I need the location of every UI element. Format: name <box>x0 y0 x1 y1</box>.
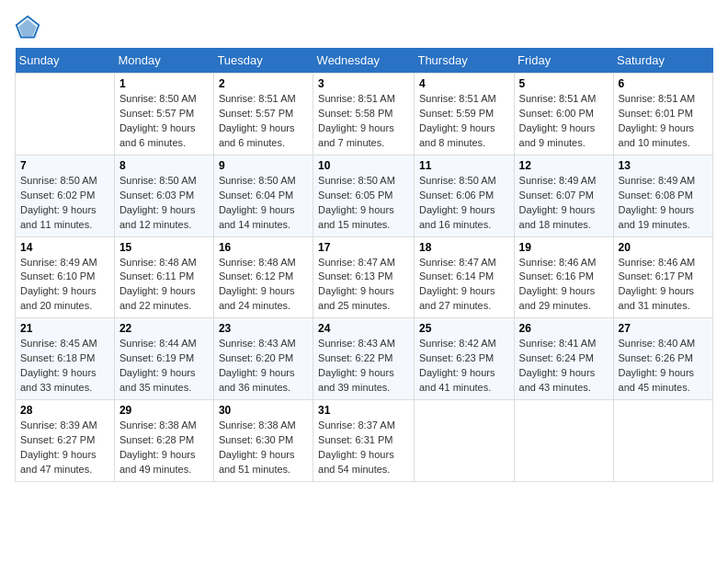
calendar-cell: 21Sunrise: 8:45 AM Sunset: 6:18 PM Dayli… <box>16 318 115 400</box>
day-number: 10 <box>318 159 409 172</box>
calendar-week-row: 28Sunrise: 8:39 AM Sunset: 6:27 PM Dayli… <box>16 400 713 482</box>
day-number: 3 <box>318 77 409 90</box>
calendar-day-header: Sunday <box>16 48 115 74</box>
calendar-cell: 28Sunrise: 8:39 AM Sunset: 6:27 PM Dayli… <box>16 400 115 482</box>
day-number: 7 <box>20 159 109 172</box>
day-number: 6 <box>619 77 708 90</box>
calendar-header-row: SundayMondayTuesdayWednesdayThursdayFrid… <box>16 48 713 74</box>
day-number: 23 <box>219 322 308 335</box>
day-number: 14 <box>20 241 109 254</box>
calendar-cell: 25Sunrise: 8:42 AM Sunset: 6:23 PM Dayli… <box>414 318 514 400</box>
calendar-cell: 11Sunrise: 8:50 AM Sunset: 6:06 PM Dayli… <box>414 155 514 236</box>
calendar-cell: 17Sunrise: 8:47 AM Sunset: 6:13 PM Dayli… <box>313 236 415 318</box>
day-info: Sunrise: 8:50 AM Sunset: 6:04 PM Dayligh… <box>219 174 308 233</box>
calendar-cell: 18Sunrise: 8:47 AM Sunset: 6:14 PM Dayli… <box>414 236 514 318</box>
day-info: Sunrise: 8:50 AM Sunset: 6:05 PM Dayligh… <box>318 174 409 233</box>
calendar-table: SundayMondayTuesdayWednesdayThursdayFrid… <box>15 48 713 482</box>
day-info: Sunrise: 8:50 AM Sunset: 6:03 PM Dayligh… <box>119 174 209 233</box>
calendar-cell: 1Sunrise: 8:50 AM Sunset: 5:57 PM Daylig… <box>114 74 213 155</box>
day-number: 26 <box>519 322 609 335</box>
calendar-cell: 16Sunrise: 8:48 AM Sunset: 6:12 PM Dayli… <box>213 236 313 318</box>
calendar-cell: 3Sunrise: 8:51 AM Sunset: 5:58 PM Daylig… <box>313 74 415 155</box>
logo-icon <box>15 15 40 40</box>
day-info: Sunrise: 8:51 AM Sunset: 6:00 PM Dayligh… <box>519 92 609 151</box>
day-info: Sunrise: 8:50 AM Sunset: 6:02 PM Dayligh… <box>20 174 109 233</box>
calendar-cell: 30Sunrise: 8:38 AM Sunset: 6:30 PM Dayli… <box>213 400 313 482</box>
day-number: 2 <box>219 77 308 90</box>
calendar-cell: 14Sunrise: 8:49 AM Sunset: 6:10 PM Dayli… <box>16 236 115 318</box>
day-info: Sunrise: 8:47 AM Sunset: 6:14 PM Dayligh… <box>419 256 509 315</box>
calendar-cell: 26Sunrise: 8:41 AM Sunset: 6:24 PM Dayli… <box>514 318 613 400</box>
calendar-cell: 10Sunrise: 8:50 AM Sunset: 6:05 PM Dayli… <box>313 155 415 236</box>
calendar-week-row: 14Sunrise: 8:49 AM Sunset: 6:10 PM Dayli… <box>16 236 713 318</box>
day-number: 22 <box>119 322 209 335</box>
day-info: Sunrise: 8:42 AM Sunset: 6:23 PM Dayligh… <box>419 337 509 396</box>
day-info: Sunrise: 8:50 AM Sunset: 5:57 PM Dayligh… <box>119 92 209 151</box>
calendar-cell <box>613 400 712 482</box>
day-info: Sunrise: 8:49 AM Sunset: 6:07 PM Dayligh… <box>519 174 609 233</box>
day-info: Sunrise: 8:50 AM Sunset: 6:06 PM Dayligh… <box>419 174 509 233</box>
calendar-cell: 29Sunrise: 8:38 AM Sunset: 6:28 PM Dayli… <box>114 400 213 482</box>
calendar-cell: 24Sunrise: 8:43 AM Sunset: 6:22 PM Dayli… <box>313 318 415 400</box>
calendar-cell: 12Sunrise: 8:49 AM Sunset: 6:07 PM Dayli… <box>514 155 613 236</box>
day-number: 15 <box>119 241 209 254</box>
day-info: Sunrise: 8:44 AM Sunset: 6:19 PM Dayligh… <box>119 337 209 396</box>
logo <box>15 15 44 40</box>
day-info: Sunrise: 8:51 AM Sunset: 5:59 PM Dayligh… <box>419 92 509 151</box>
day-number: 16 <box>219 241 308 254</box>
day-number: 13 <box>619 159 708 172</box>
day-info: Sunrise: 8:38 AM Sunset: 6:28 PM Dayligh… <box>119 419 209 477</box>
calendar-cell: 9Sunrise: 8:50 AM Sunset: 6:04 PM Daylig… <box>213 155 313 236</box>
day-info: Sunrise: 8:43 AM Sunset: 6:22 PM Dayligh… <box>318 337 409 396</box>
day-number: 11 <box>419 159 509 172</box>
day-info: Sunrise: 8:51 AM Sunset: 6:01 PM Dayligh… <box>619 92 708 151</box>
calendar-cell <box>514 400 613 482</box>
calendar-week-row: 21Sunrise: 8:45 AM Sunset: 6:18 PM Dayli… <box>16 318 713 400</box>
calendar-cell: 15Sunrise: 8:48 AM Sunset: 6:11 PM Dayli… <box>114 236 213 318</box>
calendar-cell: 7Sunrise: 8:50 AM Sunset: 6:02 PM Daylig… <box>16 155 115 236</box>
calendar-cell: 20Sunrise: 8:46 AM Sunset: 6:17 PM Dayli… <box>613 236 712 318</box>
day-number: 21 <box>20 322 109 335</box>
day-info: Sunrise: 8:39 AM Sunset: 6:27 PM Dayligh… <box>20 419 109 477</box>
day-info: Sunrise: 8:47 AM Sunset: 6:13 PM Dayligh… <box>318 256 409 315</box>
calendar-cell <box>414 400 514 482</box>
day-number: 19 <box>519 241 609 254</box>
calendar-cell: 19Sunrise: 8:46 AM Sunset: 6:16 PM Dayli… <box>514 236 613 318</box>
day-info: Sunrise: 8:45 AM Sunset: 6:18 PM Dayligh… <box>20 337 109 396</box>
calendar-day-header: Monday <box>114 48 213 74</box>
day-number: 20 <box>619 241 708 254</box>
day-number: 12 <box>519 159 609 172</box>
day-number: 27 <box>619 322 708 335</box>
day-info: Sunrise: 8:40 AM Sunset: 6:26 PM Dayligh… <box>619 337 708 396</box>
day-info: Sunrise: 8:48 AM Sunset: 6:12 PM Dayligh… <box>219 256 308 315</box>
day-number: 25 <box>419 322 509 335</box>
day-info: Sunrise: 8:46 AM Sunset: 6:17 PM Dayligh… <box>619 256 708 315</box>
day-info: Sunrise: 8:48 AM Sunset: 6:11 PM Dayligh… <box>119 256 209 315</box>
calendar-week-row: 1Sunrise: 8:50 AM Sunset: 5:57 PM Daylig… <box>16 74 713 155</box>
calendar-cell <box>16 74 115 155</box>
calendar-cell: 5Sunrise: 8:51 AM Sunset: 6:00 PM Daylig… <box>514 74 613 155</box>
calendar-day-header: Tuesday <box>213 48 313 74</box>
calendar-cell: 23Sunrise: 8:43 AM Sunset: 6:20 PM Dayli… <box>213 318 313 400</box>
day-number: 18 <box>419 241 509 254</box>
day-number: 4 <box>419 77 509 90</box>
day-number: 1 <box>119 77 209 90</box>
day-info: Sunrise: 8:43 AM Sunset: 6:20 PM Dayligh… <box>219 337 308 396</box>
calendar-day-header: Friday <box>514 48 613 74</box>
day-info: Sunrise: 8:51 AM Sunset: 5:58 PM Dayligh… <box>318 92 409 151</box>
calendar-cell: 4Sunrise: 8:51 AM Sunset: 5:59 PM Daylig… <box>414 74 514 155</box>
day-number: 9 <box>219 159 308 172</box>
calendar-cell: 6Sunrise: 8:51 AM Sunset: 6:01 PM Daylig… <box>613 74 712 155</box>
day-info: Sunrise: 8:49 AM Sunset: 6:08 PM Dayligh… <box>619 174 708 233</box>
day-number: 24 <box>318 322 409 335</box>
day-number: 31 <box>318 404 409 417</box>
day-number: 29 <box>119 404 209 417</box>
page-header <box>15 15 713 40</box>
day-info: Sunrise: 8:37 AM Sunset: 6:31 PM Dayligh… <box>318 419 409 477</box>
calendar-cell: 8Sunrise: 8:50 AM Sunset: 6:03 PM Daylig… <box>114 155 213 236</box>
day-number: 30 <box>219 404 308 417</box>
calendar-week-row: 7Sunrise: 8:50 AM Sunset: 6:02 PM Daylig… <box>16 155 713 236</box>
day-info: Sunrise: 8:46 AM Sunset: 6:16 PM Dayligh… <box>519 256 609 315</box>
calendar-cell: 13Sunrise: 8:49 AM Sunset: 6:08 PM Dayli… <box>613 155 712 236</box>
calendar-cell: 27Sunrise: 8:40 AM Sunset: 6:26 PM Dayli… <box>613 318 712 400</box>
